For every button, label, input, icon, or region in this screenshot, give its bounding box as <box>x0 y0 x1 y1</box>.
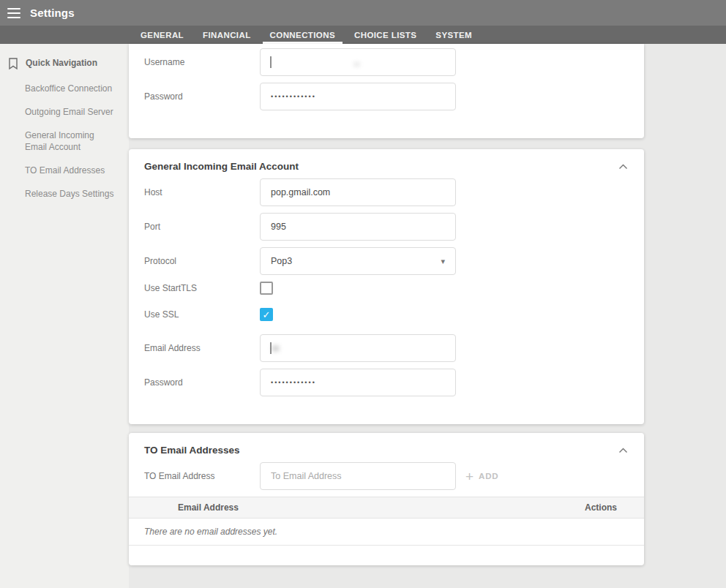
tab-connections[interactable]: CONNECTIONS <box>263 26 343 44</box>
starttls-label: Use StartTLS <box>144 283 260 293</box>
redacted-text-smudge <box>272 346 279 351</box>
settings-main: Username Password General Incoming Email… <box>129 44 644 588</box>
dropdown-arrow-icon: ▾ <box>441 257 445 266</box>
host-row: Host <box>129 178 644 206</box>
starttls-row: Use StartTLS ✓ <box>129 282 644 295</box>
empty-state-text: There are no email addresses yet. <box>144 527 277 537</box>
card-title: TO Email Addresses <box>144 445 240 456</box>
host-label: Host <box>144 187 260 197</box>
sidebar-item-backoffice-connection[interactable]: Backoffice Connection <box>25 83 119 94</box>
to-email-address-label: TO Email Address <box>144 471 260 481</box>
card-title: General Incoming Email Account <box>144 161 299 172</box>
collapse-button[interactable] <box>618 448 628 453</box>
username-label: Username <box>144 57 260 67</box>
topbar: Settings <box>0 0 726 26</box>
sidebar-item-release-days-settings[interactable]: Release Days Settings <box>25 188 119 200</box>
collapse-button[interactable] <box>618 164 628 170</box>
port-row: Port <box>129 213 644 241</box>
to-email-address-input[interactable] <box>260 462 456 490</box>
bookmark-icon <box>7 57 19 70</box>
content-area: Quick Navigation Backoffice Connection O… <box>0 44 726 588</box>
page-title: Settings <box>30 7 75 19</box>
chevron-up-icon <box>618 164 628 170</box>
column-header-actions: Actions <box>585 502 617 513</box>
ssl-label: Use SSL <box>144 309 260 320</box>
username-row: Username <box>129 48 644 76</box>
protocol-select[interactable]: Pop3 ▾ <box>260 247 456 275</box>
email-address-input[interactable] <box>260 334 456 362</box>
checkmark-icon: ✓ <box>263 310 271 320</box>
email-address-label: Email Address <box>144 343 260 353</box>
backoffice-connection-card: Username Password <box>129 44 644 138</box>
ssl-checkbox[interactable]: ✓ <box>260 308 273 321</box>
email-address-row: Email Address <box>129 334 644 362</box>
protocol-label: Protocol <box>144 256 260 266</box>
sidebar-item-to-email-addresses[interactable]: TO Email Addresses <box>25 165 119 176</box>
to-email-addresses-header: TO Email Addresses <box>129 445 644 456</box>
quick-navigation-sidebar: Quick Navigation Backoffice Connection O… <box>0 44 129 588</box>
port-input[interactable] <box>260 213 456 241</box>
quick-navigation-title: Quick Navigation <box>26 58 97 68</box>
username-input[interactable] <box>260 48 456 76</box>
chevron-up-icon <box>618 448 628 453</box>
protocol-row: Protocol Pop3 ▾ <box>129 247 644 275</box>
starttls-checkbox[interactable]: ✓ <box>260 282 273 295</box>
general-incoming-email-header: General Incoming Email Account <box>129 161 644 172</box>
password-label: Password <box>144 91 260 102</box>
host-input[interactable] <box>260 178 456 206</box>
sidebar-item-outgoing-email-server[interactable]: Outgoing Email Server <box>25 106 119 118</box>
to-email-address-row: TO Email Address + ADD <box>129 462 644 490</box>
to-email-addresses-card: TO Email Addresses TO Email Address + AD… <box>129 433 644 565</box>
port-label: Port <box>144 222 260 232</box>
ssl-row: Use SSL ✓ <box>129 308 644 321</box>
password-row: Password <box>129 83 644 110</box>
general-incoming-email-card: General Incoming Email Account Host Port <box>129 149 644 424</box>
text-cursor <box>270 342 272 354</box>
column-header-email-address: Email Address <box>178 502 239 513</box>
redacted-text-smudge <box>354 63 359 66</box>
plus-icon: + <box>465 470 474 483</box>
card-footer <box>129 546 644 565</box>
tab-choice-lists[interactable]: CHOICE LISTS <box>347 26 424 44</box>
incoming-password-label: Password <box>144 377 260 388</box>
text-cursor <box>270 56 272 68</box>
quick-navigation-header: Quick Navigation <box>0 58 129 70</box>
incoming-password-input[interactable] <box>260 369 456 396</box>
email-table-empty-row: There are no email addresses yet. <box>129 519 644 546</box>
tab-system[interactable]: SYSTEM <box>428 26 479 44</box>
tab-financial[interactable]: FINANCIAL <box>195 26 258 44</box>
sidebar-item-general-incoming-email-account[interactable]: General Incoming Email Account <box>25 129 119 153</box>
email-table-header: Email Address Actions <box>129 497 644 519</box>
incoming-password-row: Password <box>129 369 644 396</box>
menu-icon[interactable] <box>7 8 20 18</box>
settings-tabbar: GENERAL FINANCIAL CONNECTIONS CHOICE LIS… <box>0 26 726 44</box>
tab-general[interactable]: GENERAL <box>133 26 191 44</box>
add-email-button[interactable]: + ADD <box>465 470 498 483</box>
protocol-selected-value: Pop3 <box>271 256 292 266</box>
password-input[interactable] <box>260 83 456 110</box>
